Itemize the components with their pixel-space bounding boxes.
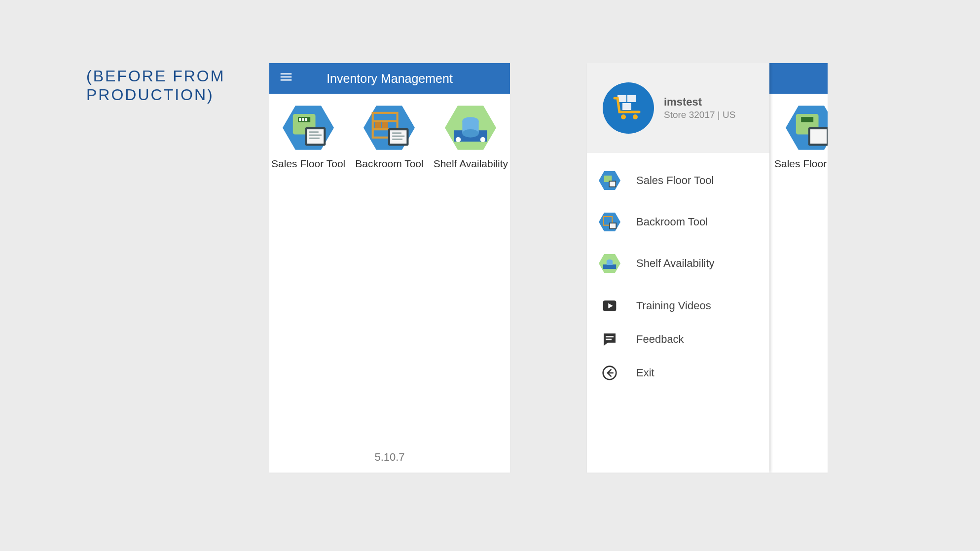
phone-home-screen: Inventory Management Sales Floor Tool bbox=[269, 63, 510, 473]
drawer-item-label: Sales Floor Tool bbox=[636, 174, 714, 187]
svg-rect-8 bbox=[309, 131, 319, 133]
drawer-item-label: Backroom Tool bbox=[636, 216, 708, 228]
svg-rect-48 bbox=[603, 264, 616, 269]
play-icon bbox=[599, 296, 620, 316]
drawer-user-block: imstest Store 32017 | US bbox=[664, 96, 735, 120]
sales-floor-icon bbox=[599, 171, 620, 190]
home-item-sales-floor[interactable]: Sales Floor Tool bbox=[271, 106, 345, 170]
home-item-backroom[interactable]: Backroom Tool bbox=[352, 106, 426, 170]
app-bar: Inventory Management bbox=[269, 63, 510, 94]
shelf-availability-icon bbox=[445, 106, 496, 150]
drawer-header: imstest Store 32017 | US bbox=[587, 63, 769, 153]
svg-rect-16 bbox=[382, 122, 388, 128]
drawer-user-subtitle: Store 32017 | US bbox=[664, 110, 735, 120]
svg-rect-4 bbox=[302, 118, 304, 121]
svg-rect-5 bbox=[305, 118, 307, 121]
drawer-item-sales-floor[interactable]: Sales Floor Tool bbox=[587, 160, 769, 201]
svg-rect-19 bbox=[393, 132, 402, 134]
svg-point-27 bbox=[456, 137, 461, 142]
version-label: 5.10.7 bbox=[269, 451, 510, 464]
home-grid: Sales Floor Tool Backroom Tool bbox=[269, 94, 510, 170]
svg-rect-9 bbox=[309, 135, 322, 136]
svg-point-28 bbox=[480, 137, 485, 142]
drawer-item-label: Feedback bbox=[636, 333, 684, 346]
drawer-divider bbox=[587, 284, 769, 289]
drawer-item-feedback[interactable]: Feedback bbox=[587, 323, 769, 356]
phone-drawer-screen: Sales Floor Tool imstest bbox=[587, 63, 828, 473]
home-item-label: Sales Floor Tool bbox=[271, 158, 345, 170]
exit-icon bbox=[599, 363, 620, 383]
svg-rect-36 bbox=[622, 103, 631, 110]
sales-floor-icon bbox=[283, 106, 334, 150]
cart-boxes-icon bbox=[613, 93, 644, 123]
svg-point-37 bbox=[621, 114, 626, 119]
home-item-label: Shelf Availability bbox=[434, 158, 508, 170]
drawer-item-label: Shelf Availability bbox=[636, 257, 715, 270]
backroom-icon bbox=[599, 212, 620, 232]
svg-rect-33 bbox=[810, 129, 827, 144]
drawer-item-exit[interactable]: Exit bbox=[587, 356, 769, 390]
drawer-item-label: Training Videos bbox=[636, 299, 711, 312]
svg-rect-35 bbox=[627, 95, 636, 102]
svg-rect-46 bbox=[610, 223, 616, 228]
user-avatar bbox=[603, 82, 654, 134]
caption: (BEFORE FROM PRODUCTION) bbox=[86, 67, 225, 105]
drawer-item-label: Exit bbox=[636, 367, 654, 379]
drawer-item-shelf-availability[interactable]: Shelf Availability bbox=[587, 243, 769, 284]
svg-rect-42 bbox=[610, 182, 615, 186]
home-item-shelf-availability[interactable]: Shelf Availability bbox=[434, 106, 508, 170]
shelf-availability-icon bbox=[599, 254, 620, 273]
svg-rect-50 bbox=[607, 261, 613, 265]
svg-rect-53 bbox=[606, 336, 614, 337]
svg-rect-3 bbox=[299, 118, 301, 121]
app-title: Inventory Management bbox=[276, 72, 503, 86]
svg-rect-54 bbox=[606, 339, 612, 340]
svg-rect-31 bbox=[801, 117, 813, 122]
svg-rect-21 bbox=[393, 139, 403, 140]
svg-rect-15 bbox=[375, 122, 381, 128]
home-item-label: Sales Floor Tool bbox=[774, 158, 828, 170]
svg-rect-10 bbox=[309, 138, 320, 139]
caption-line2: PRODUCTION) bbox=[86, 86, 214, 104]
svg-rect-20 bbox=[393, 136, 405, 137]
nav-drawer: imstest Store 32017 | US Sales Floor Too… bbox=[587, 63, 769, 473]
sales-floor-icon bbox=[786, 106, 828, 150]
svg-point-26 bbox=[463, 129, 479, 138]
backroom-icon bbox=[363, 106, 415, 150]
drawer-item-training-videos[interactable]: Training Videos bbox=[587, 289, 769, 323]
drawer-list: Sales Floor Tool Backroom Tool Shelf Ava… bbox=[587, 153, 769, 397]
home-item-sales-floor-peek[interactable]: Sales Floor Tool bbox=[774, 106, 828, 170]
chat-icon bbox=[599, 330, 620, 349]
caption-line1: (BEFORE FROM bbox=[86, 67, 225, 85]
drawer-username: imstest bbox=[664, 96, 735, 109]
svg-point-38 bbox=[633, 114, 638, 119]
home-item-label: Backroom Tool bbox=[355, 158, 424, 170]
drawer-item-backroom[interactable]: Backroom Tool bbox=[587, 201, 769, 243]
